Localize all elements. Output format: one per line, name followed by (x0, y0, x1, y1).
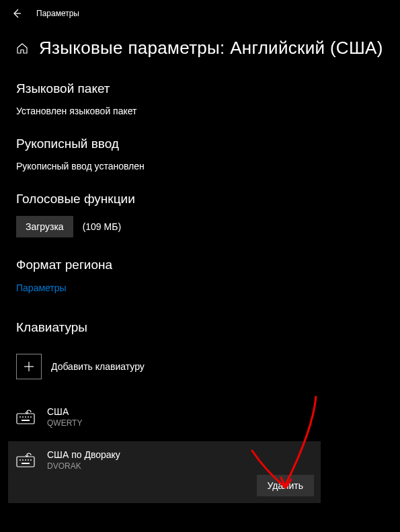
add-keyboard-button[interactable]: Добавить клавиатуру (16, 354, 384, 379)
svg-rect-9 (22, 420, 30, 421)
handwriting-heading: Рукописный ввод (16, 137, 384, 151)
download-button[interactable]: Загрузка (16, 216, 73, 237)
svg-point-12 (22, 459, 24, 461)
language-pack-heading: Языковой пакет (16, 81, 384, 96)
plus-icon (16, 354, 42, 379)
keyboard-layout: DVORAK (47, 461, 120, 471)
svg-point-8 (30, 416, 32, 418)
keyboard-icon (16, 453, 35, 467)
region-format-heading: Формат региона (16, 258, 384, 272)
add-keyboard-label: Добавить клавиатуру (51, 361, 145, 372)
svg-point-6 (25, 416, 26, 418)
region-settings-link[interactable]: Параметры (16, 282, 67, 293)
handwriting-status: Рукописный ввод установлен (16, 161, 384, 172)
svg-point-7 (28, 416, 29, 418)
keyboard-name: США по Двораку (47, 449, 120, 460)
keyboard-item[interactable]: США QWERTY (16, 400, 384, 434)
language-pack-status: Установлен языковой пакет (16, 106, 384, 116)
svg-point-4 (19, 416, 21, 418)
page-title: Языковые параметры: Английский (США) (39, 38, 383, 59)
download-size: (109 МБ) (83, 221, 121, 232)
svg-rect-16 (22, 463, 30, 464)
svg-rect-10 (17, 457, 34, 467)
window-title: Параметры (36, 9, 79, 18)
keyboard-icon (16, 410, 35, 424)
back-button[interactable] (12, 9, 22, 18)
keyboards-heading: Клавиатуры (16, 320, 384, 335)
keyboard-item-selected[interactable]: США по Двораку DVORAK Удалить (8, 441, 321, 503)
keyboard-layout: QWERTY (47, 418, 82, 428)
home-icon[interactable] (16, 42, 28, 54)
voice-heading: Голосовые функции (16, 192, 384, 206)
svg-point-11 (19, 459, 21, 461)
svg-point-13 (25, 459, 26, 461)
svg-rect-3 (17, 414, 34, 424)
svg-point-5 (22, 416, 24, 418)
delete-button[interactable]: Удалить (257, 475, 314, 496)
keyboard-name: США (47, 406, 82, 417)
svg-point-14 (28, 459, 29, 461)
svg-point-15 (30, 459, 32, 461)
